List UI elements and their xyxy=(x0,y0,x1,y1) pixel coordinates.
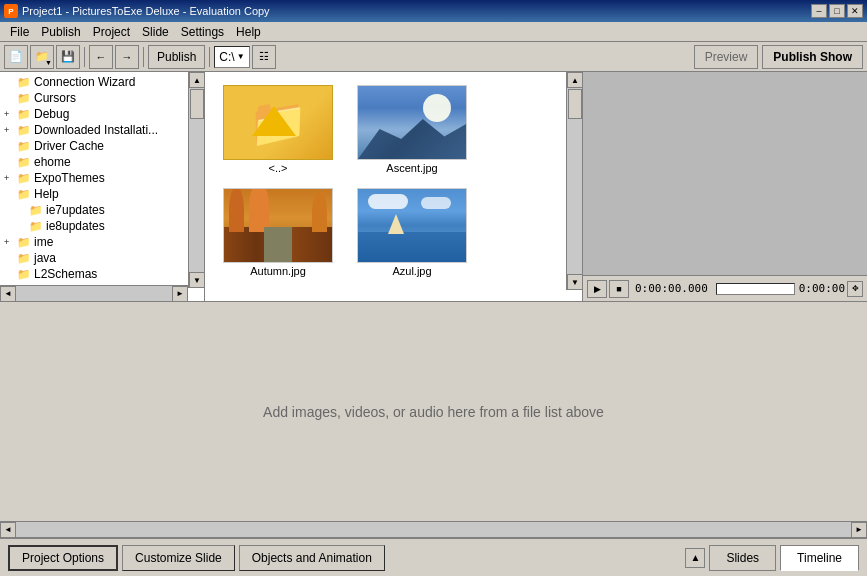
tree-item-driver-cache[interactable]: 📁 Driver Cache xyxy=(2,138,202,154)
file-item-azul[interactable]: Azul.jpg xyxy=(347,183,477,282)
menu-settings[interactable]: Settings xyxy=(175,24,230,40)
scroll-track xyxy=(189,88,204,272)
expander-expand[interactable]: + xyxy=(4,237,14,247)
menu-file[interactable]: File xyxy=(4,24,35,40)
tree-item-expothemes[interactable]: + 📁 ExpoThemes xyxy=(2,170,202,186)
browser-vscrollbar[interactable]: ▲ ▼ xyxy=(566,72,582,290)
file-name: Ascent.jpg xyxy=(386,162,437,174)
path-box[interactable]: C:\ ▼ xyxy=(214,46,249,68)
tree-item-ie7[interactable]: 📁 ie7updates xyxy=(2,202,202,218)
tree-item-ime[interactable]: + 📁 ime xyxy=(2,234,202,250)
folder-icon: 📁 xyxy=(17,172,31,185)
folder-icon: 📁 xyxy=(29,220,43,233)
expander-expand[interactable]: + xyxy=(4,125,14,135)
menu-publish[interactable]: Publish xyxy=(35,24,86,40)
minimize-button[interactable]: – xyxy=(811,4,827,18)
cloud-2 xyxy=(421,197,451,209)
tree-label: java xyxy=(34,251,56,265)
redo-button[interactable]: → xyxy=(115,45,139,69)
main-area: 📁 Connection Wizard 📁 Cursors + 📁 Debug … xyxy=(0,72,867,576)
folder-icon: 📁 xyxy=(17,140,31,153)
slides-tab[interactable]: Slides xyxy=(709,545,776,571)
preview-controls: ▶ ■ 0:00:00.000 0:00:00 ✥ xyxy=(583,275,867,301)
file-item-autumn[interactable]: Autumn.jpg xyxy=(213,183,343,282)
tree-vscrollbar[interactable]: ▲ ▼ xyxy=(188,72,204,288)
file-item-ascent[interactable]: Ascent.jpg xyxy=(347,80,477,179)
expander-expand[interactable]: + xyxy=(4,109,14,119)
file-item-parent[interactable]: 📁 <..> xyxy=(213,80,343,179)
titlebar: P Project1 - PicturesToExe Deluxe - Eval… xyxy=(0,0,867,22)
scroll-thumb[interactable] xyxy=(190,89,204,119)
publish-show-button[interactable]: Publish Show xyxy=(762,45,863,69)
tree-2 xyxy=(312,192,327,232)
scroll-up-arrow[interactable]: ▲ xyxy=(567,72,582,88)
tree-item-debug[interactable]: + 📁 Debug xyxy=(2,106,202,122)
preview-canvas xyxy=(583,72,867,275)
tree-label: Driver Cache xyxy=(34,139,104,153)
drop-zone: Add images, videos, or audio here from a… xyxy=(0,302,867,521)
file-name: Azul.jpg xyxy=(392,265,431,277)
tree-item-java[interactable]: 📁 java xyxy=(2,250,202,266)
file-browser: 📁 <..> Ascent.jpg xyxy=(205,72,582,301)
scroll-down-arrow[interactable]: ▼ xyxy=(189,272,205,288)
tree-item-help[interactable]: 📁 Help xyxy=(2,186,202,202)
hscroll-right-arrow[interactable]: ► xyxy=(172,286,188,302)
objects-animation-button[interactable]: Objects and Animation xyxy=(239,545,385,571)
app-icon: P xyxy=(4,4,18,18)
expander-expand[interactable]: + xyxy=(4,173,14,183)
tree-content[interactable]: 📁 Connection Wizard 📁 Cursors + 📁 Debug … xyxy=(0,72,204,282)
preview-button[interactable]: Preview xyxy=(694,45,759,69)
tree-item-l2schemas[interactable]: 📁 L2Schemas xyxy=(2,266,202,282)
new-button[interactable]: 📄 xyxy=(4,45,28,69)
stop-button[interactable]: ■ xyxy=(609,280,629,298)
scroll-thumb[interactable] xyxy=(568,89,582,119)
tree-hscrollbar[interactable]: ◄ ► xyxy=(0,285,188,301)
hscroll-right-arrow[interactable]: ► xyxy=(851,522,867,538)
menubar: File Publish Project Slide Settings Help xyxy=(0,22,867,42)
folder-icon: 📁 xyxy=(17,268,31,281)
tree-label: ie7updates xyxy=(46,203,105,217)
separator-1 xyxy=(84,47,85,67)
folder-thumb: 📁 xyxy=(223,85,333,160)
expand-button[interactable]: ✥ xyxy=(847,281,863,297)
image-thumb-azul xyxy=(357,188,467,263)
hscroll-left-arrow[interactable]: ◄ xyxy=(0,286,16,302)
separator-2 xyxy=(143,47,144,67)
seek-bar[interactable] xyxy=(716,283,795,295)
menu-slide[interactable]: Slide xyxy=(136,24,175,40)
maximize-button[interactable]: □ xyxy=(829,4,845,18)
slide-nav: ▲ xyxy=(685,548,705,568)
undo-button[interactable]: ← xyxy=(89,45,113,69)
top-area: 📁 Connection Wizard 📁 Cursors + 📁 Debug … xyxy=(0,72,867,302)
folder-icon: 📁 xyxy=(29,204,43,217)
titlebar-controls[interactable]: – □ ✕ xyxy=(811,4,863,18)
prev-slide-arrow[interactable]: ▲ xyxy=(685,548,705,568)
scroll-up-arrow[interactable]: ▲ xyxy=(189,72,205,88)
open-dropdown-arrow[interactable]: ▼ xyxy=(45,59,52,66)
publish-button[interactable]: Publish xyxy=(148,45,205,69)
tree-label: Connection Wizard xyxy=(34,75,135,89)
scroll-down-arrow[interactable]: ▼ xyxy=(567,274,582,290)
tree-item-connection-wizard[interactable]: 📁 Connection Wizard xyxy=(2,74,202,90)
project-options-button[interactable]: Project Options xyxy=(8,545,118,571)
open-button[interactable]: 📁 ▼ xyxy=(30,45,54,69)
customize-slide-button[interactable]: Customize Slide xyxy=(122,545,235,571)
tree-item-ie8[interactable]: 📁 ie8updates xyxy=(2,218,202,234)
menu-project[interactable]: Project xyxy=(87,24,136,40)
folder-icon: 📁 xyxy=(17,124,31,137)
tree-item-downloaded[interactable]: + 📁 Downloaded Installati... xyxy=(2,122,202,138)
tree-item-ehome[interactable]: 📁 ehome xyxy=(2,154,202,170)
file-name: <..> xyxy=(269,162,288,174)
tree-item-cursors[interactable]: 📁 Cursors xyxy=(2,90,202,106)
save-button[interactable]: 💾 xyxy=(56,45,80,69)
tree-label: Help xyxy=(34,187,59,201)
water xyxy=(358,232,466,262)
tree-label: Cursors xyxy=(34,91,76,105)
play-button[interactable]: ▶ xyxy=(587,280,607,298)
timeline-tab[interactable]: Timeline xyxy=(780,545,859,571)
view-toggle-button[interactable]: ☷ xyxy=(252,45,276,69)
close-button[interactable]: ✕ xyxy=(847,4,863,18)
path-dropdown-icon[interactable]: ▼ xyxy=(237,52,245,61)
menu-help[interactable]: Help xyxy=(230,24,267,40)
hscroll-left-arrow[interactable]: ◄ xyxy=(0,522,16,538)
